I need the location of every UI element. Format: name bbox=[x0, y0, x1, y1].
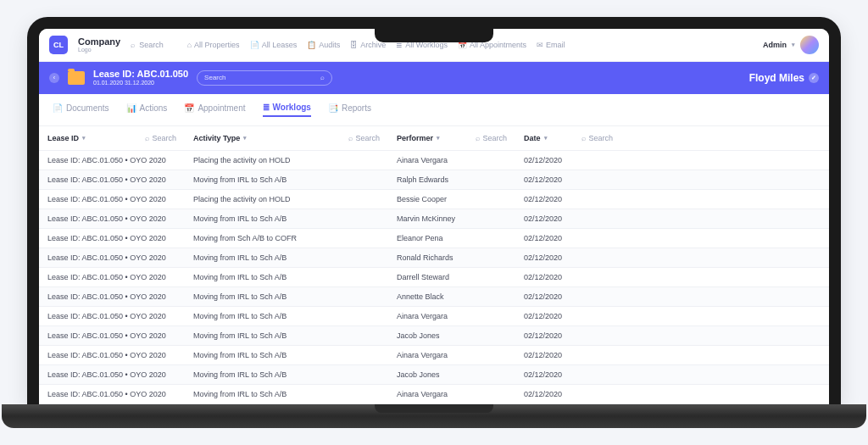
cell-activity: Moving from IRL to Sch A/B bbox=[185, 326, 388, 345]
table-row[interactable]: Lease ID: ABC.01.050 • OYO 2020Moving fr… bbox=[39, 365, 829, 385]
lease-title: Lease ID: ABC.01.050 bbox=[93, 69, 188, 80]
cell-activity: Moving from IRL to Sch A/B bbox=[185, 268, 388, 286]
nav-audits[interactable]: 📋Audits bbox=[307, 41, 340, 49]
cell-activity: Moving from IRL to Sch A/B bbox=[185, 307, 388, 325]
col-search[interactable]: ⌕Search bbox=[145, 134, 176, 142]
chevron-down-icon: ▾ bbox=[82, 135, 86, 142]
tab-reports[interactable]: 📑Reports bbox=[328, 103, 371, 117]
cell-lease: Lease ID: ABC.01.050 • OYO 2020 bbox=[39, 307, 185, 325]
col-search[interactable]: ⌕Search bbox=[581, 134, 613, 142]
tab-appointment[interactable]: 📅Appointment bbox=[184, 103, 245, 117]
nav-all-leases[interactable]: 📄All Leases bbox=[250, 41, 298, 49]
tab-label: Documents bbox=[66, 103, 109, 113]
search-label: Search bbox=[482, 134, 507, 142]
search-icon: ⌕ bbox=[581, 134, 586, 142]
document-icon: 📄 bbox=[53, 103, 63, 113]
col-label: Lease ID bbox=[47, 134, 79, 142]
chevron-down-icon: ▾ bbox=[243, 135, 247, 142]
cell-lease: Lease ID: ABC.01.050 • OYO 2020 bbox=[39, 170, 185, 189]
back-button[interactable]: ‹ bbox=[49, 73, 59, 83]
cell-activity: Moving from IRL to Sch A/B bbox=[185, 209, 388, 228]
cell-performer: Jacob Jones bbox=[388, 326, 515, 345]
cell-performer: Eleanor Pena bbox=[388, 229, 515, 248]
lease-search[interactable]: Search ⌕ bbox=[197, 70, 332, 86]
cell-activity: Moving from IRL to Sch A/B bbox=[185, 346, 388, 364]
laptop-base bbox=[2, 404, 866, 428]
cell-activity: Moving from Sch A/B to COFR bbox=[185, 229, 388, 248]
tab-label: Reports bbox=[342, 103, 371, 113]
table-row[interactable]: Lease ID: ABC.01.050 • OYO 2020Moving fr… bbox=[39, 346, 829, 365]
search-icon: ⌕ bbox=[145, 134, 149, 142]
table-row[interactable]: Lease ID: ABC.01.050 • OYO 2020Moving fr… bbox=[39, 248, 829, 268]
tab-worklogs[interactable]: ≣Worklogs bbox=[263, 103, 311, 117]
tab-actions[interactable]: 📊Actions bbox=[126, 103, 168, 117]
cell-activity: Moving from IRL to Sch A/B bbox=[185, 170, 388, 189]
cell-activity: Moving from IRL to Sch A/B bbox=[185, 287, 388, 306]
cell-activity: Placing the activity on HOLD bbox=[185, 190, 388, 209]
table-row[interactable]: Lease ID: ABC.01.050 • OYO 2020Moving fr… bbox=[39, 287, 829, 307]
search-icon: ⌕ bbox=[320, 74, 325, 81]
cell-date: 02/12/2020 bbox=[515, 385, 621, 403]
global-search[interactable]: ⌕ Search bbox=[131, 41, 164, 49]
cell-lease: Lease ID: ABC.01.050 • OYO 2020 bbox=[39, 190, 185, 209]
worklog-table: Lease ID ▾ ⌕Search Activity Type ▾ ⌕Sear… bbox=[39, 126, 829, 404]
admin-label: Admin bbox=[763, 41, 787, 49]
cell-date: 02/12/2020 bbox=[515, 346, 621, 364]
cell-date: 02/12/2020 bbox=[515, 287, 621, 306]
cell-date: 02/12/2020 bbox=[515, 170, 621, 189]
col-lease-id[interactable]: Lease ID ▾ ⌕Search bbox=[39, 126, 185, 150]
table-row[interactable]: Lease ID: ABC.01.050 • OYO 2020Moving fr… bbox=[39, 209, 829, 229]
company-logo[interactable]: CL bbox=[49, 36, 68, 54]
cell-date: 02/12/2020 bbox=[515, 151, 621, 170]
cell-performer: Darrell Steward bbox=[388, 268, 515, 286]
cell-activity: Moving from IRL to Sch A/B bbox=[185, 248, 388, 267]
table-row[interactable]: Lease ID: ABC.01.050 • OYO 2020Moving fr… bbox=[39, 326, 829, 346]
col-search[interactable]: ⌕Search bbox=[476, 134, 507, 142]
nav-email[interactable]: ✉Email bbox=[537, 41, 565, 49]
table-header: Lease ID ▾ ⌕Search Activity Type ▾ ⌕Sear… bbox=[39, 126, 829, 151]
cell-date: 02/12/2020 bbox=[515, 229, 621, 248]
search-icon: ⌕ bbox=[476, 134, 480, 142]
lease-dates: 01.01.2020 31.12.2020 bbox=[93, 80, 188, 86]
table-row[interactable]: Lease ID: ABC.01.050 • OYO 2020Moving fr… bbox=[39, 385, 829, 404]
tab-label: Worklogs bbox=[273, 103, 311, 112]
admin-menu[interactable]: Admin ▾ bbox=[763, 36, 819, 54]
search-icon: ⌕ bbox=[131, 41, 135, 49]
laptop-frame: CL Company Logo ⌕ Search ⌂All Properties… bbox=[27, 17, 841, 404]
col-date[interactable]: Date ▾ ⌕Search bbox=[515, 126, 621, 150]
tab-documents[interactable]: 📄Documents bbox=[53, 103, 109, 117]
search-label: Search bbox=[355, 134, 380, 142]
cell-performer: Ainara Vergara bbox=[388, 385, 515, 403]
cell-lease: Lease ID: ABC.01.050 • OYO 2020 bbox=[39, 326, 185, 345]
table-row[interactable]: Lease ID: ABC.01.050 • OYO 2020Placing t… bbox=[39, 151, 829, 170]
nav-label: Email bbox=[546, 41, 565, 49]
cell-date: 02/12/2020 bbox=[515, 190, 621, 209]
cell-date: 02/12/2020 bbox=[515, 365, 621, 384]
report-icon: 📑 bbox=[328, 103, 338, 113]
cell-date: 02/12/2020 bbox=[515, 307, 621, 325]
table-row[interactable]: Lease ID: ABC.01.050 • OYO 2020Moving fr… bbox=[39, 268, 829, 287]
assigned-user[interactable]: Floyd Miles ✓ bbox=[749, 72, 819, 84]
col-label: Date bbox=[524, 134, 541, 142]
table-row[interactable]: Lease ID: ABC.01.050 • OYO 2020Placing t… bbox=[39, 190, 829, 209]
nav-all-properties[interactable]: ⌂All Properties bbox=[187, 41, 240, 49]
cell-performer: Ronald Richards bbox=[388, 248, 515, 267]
table-row[interactable]: Lease ID: ABC.01.050 • OYO 2020Moving fr… bbox=[39, 307, 829, 326]
cell-lease: Lease ID: ABC.01.050 • OYO 2020 bbox=[39, 151, 185, 170]
table-row[interactable]: Lease ID: ABC.01.050 • OYO 2020Moving fr… bbox=[39, 229, 829, 248]
cell-date: 02/12/2020 bbox=[515, 326, 621, 345]
cell-lease: Lease ID: ABC.01.050 • OYO 2020 bbox=[39, 209, 185, 228]
cell-performer: Annette Black bbox=[388, 287, 515, 306]
company-block: Company Logo bbox=[78, 36, 120, 53]
col-performer[interactable]: Performer ▾ ⌕Search bbox=[388, 126, 515, 150]
user-name: Floyd Miles bbox=[749, 72, 804, 84]
col-search[interactable]: ⌕Search bbox=[348, 134, 380, 142]
list-icon: ≣ bbox=[263, 103, 270, 112]
company-sublabel: Logo bbox=[78, 47, 120, 53]
cell-lease: Lease ID: ABC.01.050 • OYO 2020 bbox=[39, 385, 185, 403]
company-name: Company bbox=[78, 36, 120, 47]
search-label: Search bbox=[152, 134, 176, 142]
table-row[interactable]: Lease ID: ABC.01.050 • OYO 2020Moving fr… bbox=[39, 170, 829, 190]
col-label: Performer bbox=[397, 134, 433, 142]
col-activity-type[interactable]: Activity Type ▾ ⌕Search bbox=[185, 126, 388, 150]
